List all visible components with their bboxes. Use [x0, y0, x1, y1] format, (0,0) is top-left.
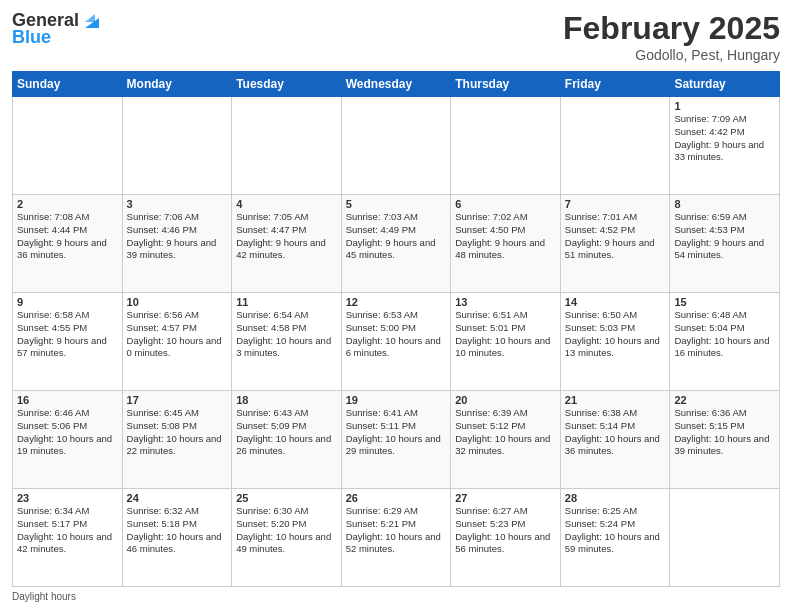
calendar-cell: 13Sunrise: 6:51 AM Sunset: 5:01 PM Dayli…	[451, 293, 561, 391]
calendar-cell: 2Sunrise: 7:08 AM Sunset: 4:44 PM Daylig…	[13, 195, 123, 293]
calendar-cell: 1Sunrise: 7:09 AM Sunset: 4:42 PM Daylig…	[670, 97, 780, 195]
day-number: 5	[346, 198, 447, 210]
calendar-cell: 8Sunrise: 6:59 AM Sunset: 4:53 PM Daylig…	[670, 195, 780, 293]
logo: General Blue	[12, 10, 103, 48]
day-of-week-header: Saturday	[670, 72, 780, 97]
day-number: 15	[674, 296, 775, 308]
calendar-cell: 22Sunrise: 6:36 AM Sunset: 5:15 PM Dayli…	[670, 391, 780, 489]
page: General Blue February 2025 Godollo, Pest…	[0, 0, 792, 612]
day-info: Sunrise: 6:30 AM Sunset: 5:20 PM Dayligh…	[236, 505, 337, 556]
calendar-cell: 19Sunrise: 6:41 AM Sunset: 5:11 PM Dayli…	[341, 391, 451, 489]
day-info: Sunrise: 6:58 AM Sunset: 4:55 PM Dayligh…	[17, 309, 118, 360]
day-number: 17	[127, 394, 228, 406]
day-number: 26	[346, 492, 447, 504]
day-number: 20	[455, 394, 556, 406]
header: General Blue February 2025 Godollo, Pest…	[12, 10, 780, 63]
calendar-cell: 23Sunrise: 6:34 AM Sunset: 5:17 PM Dayli…	[13, 489, 123, 587]
calendar-cell: 15Sunrise: 6:48 AM Sunset: 5:04 PM Dayli…	[670, 293, 780, 391]
day-info: Sunrise: 6:45 AM Sunset: 5:08 PM Dayligh…	[127, 407, 228, 458]
day-info: Sunrise: 6:43 AM Sunset: 5:09 PM Dayligh…	[236, 407, 337, 458]
calendar-body: 1Sunrise: 7:09 AM Sunset: 4:42 PM Daylig…	[13, 97, 780, 587]
day-info: Sunrise: 7:02 AM Sunset: 4:50 PM Dayligh…	[455, 211, 556, 262]
day-of-week-header: Sunday	[13, 72, 123, 97]
calendar-cell: 5Sunrise: 7:03 AM Sunset: 4:49 PM Daylig…	[341, 195, 451, 293]
day-info: Sunrise: 6:39 AM Sunset: 5:12 PM Dayligh…	[455, 407, 556, 458]
calendar-cell	[341, 97, 451, 195]
calendar-cell: 7Sunrise: 7:01 AM Sunset: 4:52 PM Daylig…	[560, 195, 670, 293]
day-number: 1	[674, 100, 775, 112]
daylight-label: Daylight hours	[12, 591, 76, 602]
day-of-week-header: Thursday	[451, 72, 561, 97]
calendar-cell: 12Sunrise: 6:53 AM Sunset: 5:00 PM Dayli…	[341, 293, 451, 391]
calendar-cell: 28Sunrise: 6:25 AM Sunset: 5:24 PM Dayli…	[560, 489, 670, 587]
calendar-cell	[670, 489, 780, 587]
day-number: 2	[17, 198, 118, 210]
month-year: February 2025	[563, 10, 780, 47]
day-number: 23	[17, 492, 118, 504]
day-info: Sunrise: 6:38 AM Sunset: 5:14 PM Dayligh…	[565, 407, 666, 458]
calendar-cell: 6Sunrise: 7:02 AM Sunset: 4:50 PM Daylig…	[451, 195, 561, 293]
calendar-cell: 24Sunrise: 6:32 AM Sunset: 5:18 PM Dayli…	[122, 489, 232, 587]
calendar-cell: 25Sunrise: 6:30 AM Sunset: 5:20 PM Dayli…	[232, 489, 342, 587]
logo-text-blue: Blue	[12, 28, 51, 48]
day-number: 21	[565, 394, 666, 406]
calendar-week-row: 23Sunrise: 6:34 AM Sunset: 5:17 PM Dayli…	[13, 489, 780, 587]
day-number: 18	[236, 394, 337, 406]
day-info: Sunrise: 6:59 AM Sunset: 4:53 PM Dayligh…	[674, 211, 775, 262]
day-number: 6	[455, 198, 556, 210]
calendar-cell: 14Sunrise: 6:50 AM Sunset: 5:03 PM Dayli…	[560, 293, 670, 391]
day-info: Sunrise: 6:50 AM Sunset: 5:03 PM Dayligh…	[565, 309, 666, 360]
day-info: Sunrise: 6:41 AM Sunset: 5:11 PM Dayligh…	[346, 407, 447, 458]
day-info: Sunrise: 7:01 AM Sunset: 4:52 PM Dayligh…	[565, 211, 666, 262]
day-info: Sunrise: 6:36 AM Sunset: 5:15 PM Dayligh…	[674, 407, 775, 458]
day-info: Sunrise: 6:46 AM Sunset: 5:06 PM Dayligh…	[17, 407, 118, 458]
day-number: 7	[565, 198, 666, 210]
calendar-cell: 27Sunrise: 6:27 AM Sunset: 5:23 PM Dayli…	[451, 489, 561, 587]
calendar-cell: 11Sunrise: 6:54 AM Sunset: 4:58 PM Dayli…	[232, 293, 342, 391]
calendar-table: SundayMondayTuesdayWednesdayThursdayFrid…	[12, 71, 780, 587]
calendar-cell	[122, 97, 232, 195]
calendar-cell: 9Sunrise: 6:58 AM Sunset: 4:55 PM Daylig…	[13, 293, 123, 391]
day-number: 28	[565, 492, 666, 504]
day-info: Sunrise: 6:54 AM Sunset: 4:58 PM Dayligh…	[236, 309, 337, 360]
day-number: 9	[17, 296, 118, 308]
day-number: 24	[127, 492, 228, 504]
calendar-cell: 17Sunrise: 6:45 AM Sunset: 5:08 PM Dayli…	[122, 391, 232, 489]
day-number: 19	[346, 394, 447, 406]
day-number: 27	[455, 492, 556, 504]
day-number: 14	[565, 296, 666, 308]
calendar-cell: 10Sunrise: 6:56 AM Sunset: 4:57 PM Dayli…	[122, 293, 232, 391]
day-number: 12	[346, 296, 447, 308]
day-number: 10	[127, 296, 228, 308]
day-info: Sunrise: 6:25 AM Sunset: 5:24 PM Dayligh…	[565, 505, 666, 556]
day-info: Sunrise: 6:51 AM Sunset: 5:01 PM Dayligh…	[455, 309, 556, 360]
day-number: 22	[674, 394, 775, 406]
calendar-week-row: 2Sunrise: 7:08 AM Sunset: 4:44 PM Daylig…	[13, 195, 780, 293]
svg-marker-1	[85, 14, 95, 22]
day-number: 4	[236, 198, 337, 210]
calendar-cell	[560, 97, 670, 195]
day-number: 13	[455, 296, 556, 308]
day-info: Sunrise: 7:03 AM Sunset: 4:49 PM Dayligh…	[346, 211, 447, 262]
day-info: Sunrise: 6:56 AM Sunset: 4:57 PM Dayligh…	[127, 309, 228, 360]
day-info: Sunrise: 7:06 AM Sunset: 4:46 PM Dayligh…	[127, 211, 228, 262]
day-info: Sunrise: 6:48 AM Sunset: 5:04 PM Dayligh…	[674, 309, 775, 360]
calendar-week-row: 9Sunrise: 6:58 AM Sunset: 4:55 PM Daylig…	[13, 293, 780, 391]
day-info: Sunrise: 6:29 AM Sunset: 5:21 PM Dayligh…	[346, 505, 447, 556]
calendar-cell	[451, 97, 561, 195]
calendar-week-row: 1Sunrise: 7:09 AM Sunset: 4:42 PM Daylig…	[13, 97, 780, 195]
location: Godollo, Pest, Hungary	[563, 47, 780, 63]
day-info: Sunrise: 6:27 AM Sunset: 5:23 PM Dayligh…	[455, 505, 556, 556]
logo-icon	[81, 10, 103, 32]
calendar-cell: 4Sunrise: 7:05 AM Sunset: 4:47 PM Daylig…	[232, 195, 342, 293]
day-number: 16	[17, 394, 118, 406]
calendar-cell: 3Sunrise: 7:06 AM Sunset: 4:46 PM Daylig…	[122, 195, 232, 293]
day-info: Sunrise: 6:34 AM Sunset: 5:17 PM Dayligh…	[17, 505, 118, 556]
day-number: 8	[674, 198, 775, 210]
calendar-cell: 20Sunrise: 6:39 AM Sunset: 5:12 PM Dayli…	[451, 391, 561, 489]
day-info: Sunrise: 6:32 AM Sunset: 5:18 PM Dayligh…	[127, 505, 228, 556]
days-of-week-row: SundayMondayTuesdayWednesdayThursdayFrid…	[13, 72, 780, 97]
day-number: 11	[236, 296, 337, 308]
title-block: February 2025 Godollo, Pest, Hungary	[563, 10, 780, 63]
calendar-cell: 18Sunrise: 6:43 AM Sunset: 5:09 PM Dayli…	[232, 391, 342, 489]
